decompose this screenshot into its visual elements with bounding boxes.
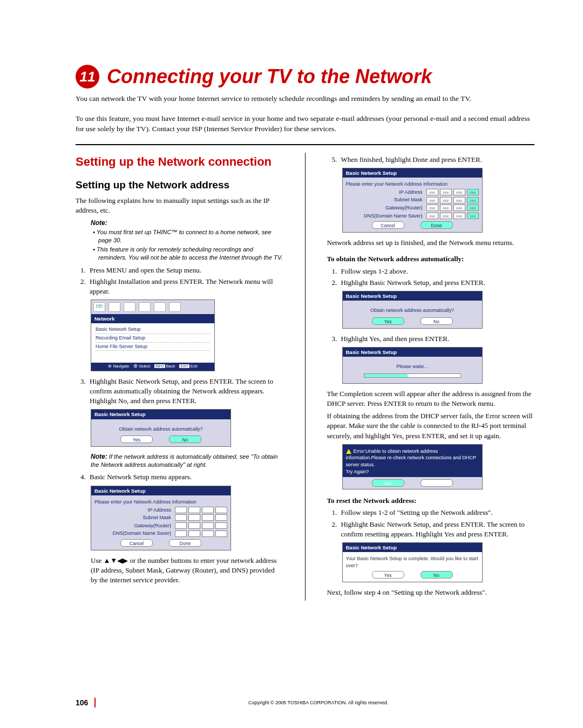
subhead-reset: To reset the Network address: [327, 496, 535, 506]
row-label: IP Address [94, 507, 173, 514]
menu-tab-icon [169, 302, 181, 312]
footer-exit: EXIT Exit [179, 364, 197, 370]
heading-network-address: Setting up the Network address [76, 178, 283, 193]
note-block: Note: • You must first set up THINC™ to … [91, 219, 283, 262]
row-label: DNS(Domain Name Saver) [94, 530, 173, 537]
chapter-number-badge: 11 [76, 65, 99, 89]
yes-button: Yes [372, 317, 404, 325]
auto-step-3: Highlight Yes, and then press ENTER. [339, 334, 535, 344]
chapter-header: 11 Connecting your TV to the Network [76, 65, 534, 89]
right-column: When finished, highlight Done and press … [327, 153, 535, 601]
row-label: Subnet Mask [94, 514, 173, 521]
dialog-please-wait: Basic Network Setup Please waite... [342, 347, 483, 384]
menu-tab-icon [154, 302, 166, 312]
yes-button: Yes [372, 479, 404, 487]
note-item-1: • You must first set up THINC™ to connec… [98, 228, 283, 244]
note-label: Note: [91, 219, 283, 227]
section-divider [76, 144, 534, 145]
left-column: Setting up the Network connection Settin… [76, 153, 283, 601]
reset-tail: Next, follow step 4 on "Setting up the N… [327, 588, 535, 597]
dialog-body: Your Basic Network Setup is complete. Wo… [343, 552, 482, 582]
completion-paragraph: The Completion screen will appear after … [327, 389, 535, 409]
chapter-title: Connecting your TV to the Network [107, 65, 432, 88]
dialog-body: Error:Unable to obtain network address i… [343, 445, 482, 489]
note-item-1-text: You must first set up THINC™ to connect … [97, 229, 272, 243]
cancel-button: Cancel [372, 221, 404, 229]
intro-paragraph: The following explains how to manually i… [76, 196, 283, 215]
subhead-auto-obtain: To obtain the Network address automatica… [327, 254, 535, 264]
row-label: IP Address [346, 189, 425, 196]
step-3: Highlight Basic Network Setup, and press… [87, 377, 283, 406]
menu-footer: ⊕ Navigate ⦿ Select INFO Back EXIT Exit [91, 363, 214, 371]
dialog-title: Basic Network Setup [343, 543, 482, 552]
dialog-prompt: Please enter your Network Address Inform… [94, 499, 227, 506]
after-step5-paragraph: Network address set up is finished, and … [327, 238, 535, 248]
error-text: Error:Unable to obtain network address i… [346, 448, 476, 467]
done-button: Done [421, 221, 453, 229]
row-label: Gateway(Router) [346, 205, 425, 212]
inline-note-text: If the network address is automatically … [91, 453, 277, 468]
reset-prompt: Your Basic Network Setup is complete. Wo… [346, 555, 479, 569]
note-item-2: • This feature is only for remotely sche… [98, 246, 283, 262]
dialog-network-menu: Hh Network Basic Network Setup Recording… [91, 300, 215, 371]
try-again-label: Try Again? [346, 468, 479, 475]
copyright-text: Copyright © 2005 TOSHIBA CORPORATION. Al… [102, 700, 534, 705]
footer-navigate: ⊕ Navigate [108, 364, 129, 370]
step-4: Basic Network Setup menu appears. [87, 472, 283, 482]
dialog-title: Basic Network Setup [343, 291, 482, 301]
step-5: When finished, highlight Done and press … [339, 155, 535, 165]
dialog-address-entry-filled: Basic Network Setup Please enter your Ne… [342, 168, 483, 233]
dialog-reset-confirm: Basic Network Setup Your Basic Network S… [342, 542, 483, 582]
progress-bar [364, 373, 461, 378]
menu-tab-icon: Hh [93, 302, 105, 312]
reset-step-1: Follow steps 1-2 of "Setting up the Netw… [339, 508, 535, 518]
auto-step-1: Follow steps 1-2 above. [339, 267, 535, 276]
error-message: Error:Unable to obtain network address i… [346, 448, 479, 468]
dialog-prompt: Please enter your Network Address Inform… [346, 181, 479, 188]
footer-select: ⦿ Select [133, 364, 150, 370]
page-footer: 106 Copyright © 2005 TOSHIBA CORPORATION… [76, 698, 534, 707]
no-button: No [421, 317, 453, 325]
menu-item: Home File Server Setup [96, 343, 210, 351]
error-paragraph: If obtaining the address from the DHCP s… [327, 411, 535, 441]
dialog-auto-obtain-yes: Basic Network Setup Obtain network addre… [342, 291, 483, 329]
footer-back: INFO Back [154, 364, 175, 370]
dialog-title: Basic Network Setup [91, 410, 231, 419]
column-divider [305, 153, 306, 601]
menu-item: Recording Email Setup [96, 334, 210, 343]
row-label: Subnet Mask [346, 196, 425, 203]
inline-note-label: Note: [91, 453, 107, 460]
step-4-tail: Use ▲▼◀▶ or the number buttons to enter … [91, 556, 283, 586]
dialog-prompt: Obtain network address automatically? [94, 426, 227, 433]
menu-tab-strip: Hh [91, 300, 214, 314]
footer-bar [94, 698, 96, 707]
menu-tab-icon [124, 302, 135, 312]
menu-tab-icon [139, 302, 151, 312]
dialog-address-entry-blank: Basic Network Setup Please enter your Ne… [91, 486, 231, 550]
menu-items: Basic Network Setup Recording Email Setu… [91, 323, 214, 363]
reset-step-2: Highlight Basic Network Setup, and press… [339, 520, 535, 539]
cancel-button: Cancel [120, 539, 153, 547]
dialog-body: Please enter your Network Address Inform… [343, 178, 482, 232]
yes-button: Yes [372, 571, 404, 579]
dialog-body: Obtain network address automatically? Ye… [91, 419, 231, 447]
dialog-error: Error:Unable to obtain network address i… [342, 444, 483, 489]
menu-tab-icon [109, 302, 120, 312]
step-1: Press MENU and open the Setup menu. [87, 266, 283, 275]
note-item-2-text: This feature is only for remotely schedu… [97, 246, 283, 261]
warning-icon [346, 449, 351, 454]
menu-title: Network [91, 314, 214, 323]
dialog-title: Basic Network Setup [343, 168, 482, 178]
wait-message: Please waite... [346, 363, 479, 370]
dialog-body: Please enter your Network Address Inform… [91, 495, 231, 550]
auto-step-2: Highlight Basic Network Setup, and press… [339, 278, 535, 288]
no-button: No [421, 571, 453, 579]
dialog-title: Basic Network Setup [91, 486, 231, 495]
dialog-body: Obtain network address automatically? Ye… [343, 301, 482, 328]
dialog-title: Basic Network Setup [343, 348, 482, 357]
heading-network-connection: Setting up the Network connection [76, 155, 283, 168]
no-button: No [421, 479, 453, 487]
no-button: No [169, 436, 201, 443]
lead-paragraph-1: You can network the TV with your home In… [76, 94, 534, 104]
yes-button: Yes [120, 436, 153, 443]
